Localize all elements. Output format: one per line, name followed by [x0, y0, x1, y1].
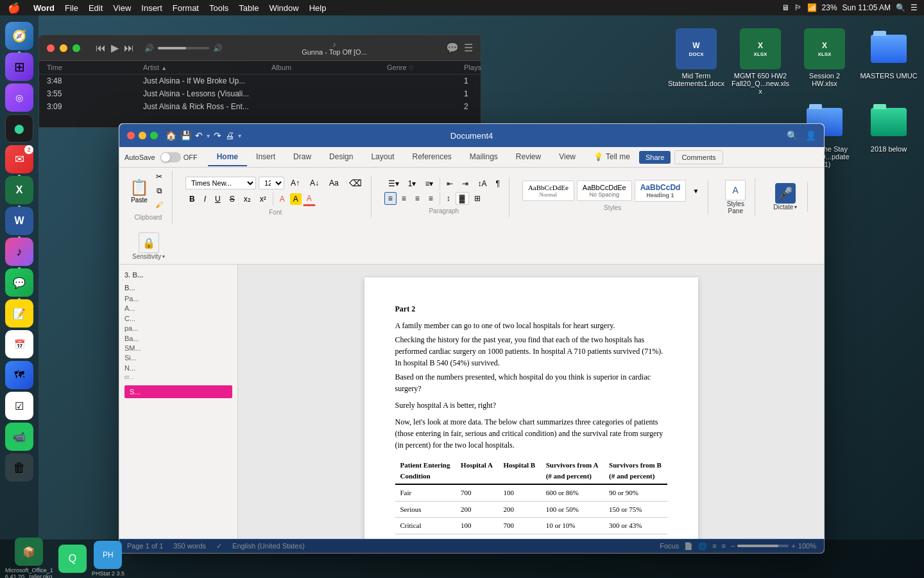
menu-help[interactable]: Help — [304, 3, 332, 13]
word-minimize-btn[interactable] — [139, 132, 146, 139]
word-maximize-btn[interactable] — [150, 132, 158, 139]
justify-button[interactable]: ≡ — [425, 192, 437, 205]
shrink-font-button[interactable]: A↓ — [306, 177, 323, 189]
font-size-select[interactable]: 12 — [259, 177, 284, 189]
desktop-icon-session2[interactable]: X XLSX Session 2 HW.xlsx — [796, 28, 853, 95]
menubar-search-icon[interactable]: 🔍 — [896, 3, 905, 12]
itunes-row-1[interactable]: 3:55 Just Alsina - Lessons (Visuali... 1 — [39, 87, 481, 100]
tab-mailings[interactable]: Mailings — [461, 148, 507, 166]
autosave-toggle[interactable] — [160, 152, 181, 162]
align-left-button[interactable]: ≡ — [384, 192, 397, 205]
desktop-icon-midterm[interactable]: W DOCX Mid TermStatements1.docx — [667, 28, 725, 95]
desktop-icon-mgmt650[interactable]: X XLSX MGMT 650 HW2Fall20_Q...new.xlsx — [732, 28, 789, 95]
word-print-icon[interactable]: 🖨 — [225, 130, 234, 141]
itunes-maximize[interactable] — [73, 44, 80, 52]
itunes-prev-icon[interactable]: ⏮ — [96, 42, 106, 54]
tab-layout[interactable]: Layout — [362, 148, 403, 166]
align-right-button[interactable]: ≡ — [411, 192, 424, 205]
dock-launchpad[interactable]: ⊞ — [5, 53, 33, 81]
paste-button[interactable]: 📋 Paste — [130, 179, 149, 204]
comments-button[interactable]: Comments — [674, 150, 723, 164]
dock-word[interactable]: W — [5, 207, 33, 235]
desktop-icon-2018[interactable]: 2018 below — [860, 101, 918, 168]
menu-tools[interactable]: Tools — [204, 3, 234, 13]
itunes-minimize[interactable] — [60, 44, 67, 52]
taskbar-item-phstat[interactable]: PH PHStat 2 3.5 — [92, 541, 124, 577]
dock-reminders[interactable]: ☑ — [5, 392, 33, 420]
document-page[interactable]: Part 2 A family member can go to one of … — [364, 277, 698, 539]
word-undo-arrow-icon[interactable]: ▾ — [207, 132, 210, 139]
font-select[interactable]: Times New... — [185, 177, 256, 189]
styles-expand-button[interactable]: ▼ — [689, 186, 703, 197]
bold-button[interactable]: B — [185, 193, 199, 206]
itunes-play-icon[interactable]: ▶ — [111, 42, 119, 54]
taskbar-item-office[interactable]: 📦 Microsoft_Office_16.41.20...taller.pkg — [5, 538, 53, 578]
menubar-notif-icon[interactable]: ☰ — [911, 3, 918, 12]
menu-table[interactable]: Table — [234, 3, 264, 13]
dock-facetime[interactable]: 📹 — [5, 423, 33, 451]
show-marks-button[interactable]: ¶ — [492, 177, 503, 190]
word-redo-icon[interactable]: ↷ — [214, 130, 221, 141]
itunes-row-2[interactable]: 3:09 Just Alsina & Rick Ross - Ent... 2 — [39, 100, 481, 113]
borders-button[interactable]: ⊞ — [470, 192, 484, 205]
tab-design[interactable]: Design — [320, 148, 362, 166]
decrease-indent-button[interactable]: ⇤ — [443, 177, 457, 190]
italic-button[interactable]: I — [200, 193, 210, 206]
itunes-volume-max-icon[interactable]: 🔊 — [213, 44, 223, 53]
dock-finder[interactable]: 🧭 — [5, 22, 33, 50]
tab-tell-me[interactable]: 💡 Tell me — [585, 148, 639, 166]
sensitivity-button[interactable]: 🔒 Sensitivity ▾ — [130, 231, 167, 261]
dock-messages[interactable]: 💬 — [5, 268, 33, 297]
itunes-list-icon[interactable]: ☰ — [464, 42, 473, 54]
tab-draw[interactable]: Draw — [284, 148, 320, 166]
increase-indent-button[interactable]: ⇥ — [458, 177, 472, 190]
dock-siri[interactable]: ◎ — [5, 83, 33, 112]
menu-edit[interactable]: Edit — [83, 3, 108, 13]
word-home-icon[interactable]: 🏠 — [166, 130, 176, 141]
word-save-icon[interactable]: 💾 — [180, 130, 191, 141]
dock-trash[interactable]: 🗑 — [5, 453, 33, 482]
sort-button[interactable]: ↕A — [474, 177, 490, 190]
clear-format-button[interactable]: ⌫ — [345, 176, 366, 190]
underline-button[interactable]: U — [211, 193, 225, 206]
dock-calendar[interactable]: 📅 — [5, 330, 33, 358]
text-color-button[interactable]: A — [303, 192, 316, 206]
menu-window[interactable]: Window — [264, 3, 304, 13]
copy-button[interactable]: ⧉ — [151, 184, 167, 197]
highlight-button[interactable]: A — [290, 193, 302, 205]
style-no-spacing[interactable]: AaBbCcDdEe No Spacing — [577, 180, 632, 201]
menu-file[interactable]: File — [60, 3, 83, 13]
change-case-button[interactable]: Aa — [325, 177, 343, 189]
dock-notes[interactable]: 📝 — [5, 299, 33, 328]
share-button[interactable]: Share — [639, 151, 671, 164]
superscript-button[interactable]: x² — [256, 193, 270, 206]
dock-maps[interactable]: 🗺 — [5, 361, 33, 389]
dock-actv[interactable]: ⬤ — [5, 114, 33, 143]
apple-menu[interactable]: 🍎 — [0, 2, 28, 14]
shading-button[interactable]: ▓ — [456, 192, 469, 205]
line-spacing-button[interactable]: ↕ — [443, 192, 454, 205]
menu-insert[interactable]: Insert — [136, 3, 167, 13]
bullets-button[interactable]: ☰▾ — [384, 177, 403, 190]
menu-view[interactable]: View — [108, 3, 136, 13]
tab-home[interactable]: Home — [208, 148, 247, 166]
styles-pane-button[interactable]: A StylesPane — [721, 179, 749, 216]
dock-excel[interactable]: X — [5, 176, 33, 204]
menu-word[interactable]: Word — [28, 3, 60, 13]
align-center-button[interactable]: ≡ — [398, 192, 410, 205]
style-heading1[interactable]: AaBbCcDd Heading 1 — [635, 180, 687, 202]
word-more-icon[interactable]: ▾ — [238, 132, 241, 139]
grow-font-button[interactable]: A↑ — [287, 177, 304, 189]
word-close-btn[interactable] — [127, 132, 135, 139]
itunes-next-icon[interactable]: ⏭ — [124, 42, 134, 54]
style-normal[interactable]: AaBbCcDdEe Normal — [522, 180, 574, 201]
subscript-button[interactable]: x₂ — [240, 193, 255, 206]
dictate-button[interactable]: 🎤 Dictate ▾ — [768, 182, 802, 212]
word-search-icon[interactable]: 🔍 — [787, 130, 798, 141]
multilevel-button[interactable]: ≡▾ — [421, 177, 437, 190]
menu-format[interactable]: Format — [167, 3, 204, 13]
tab-insert[interactable]: Insert — [247, 148, 284, 166]
desktop-icon-masters[interactable]: MASTERS UMUC — [860, 28, 918, 95]
tab-references[interactable]: References — [403, 148, 460, 166]
itunes-volume-icon[interactable]: 🔊 — [144, 44, 154, 53]
